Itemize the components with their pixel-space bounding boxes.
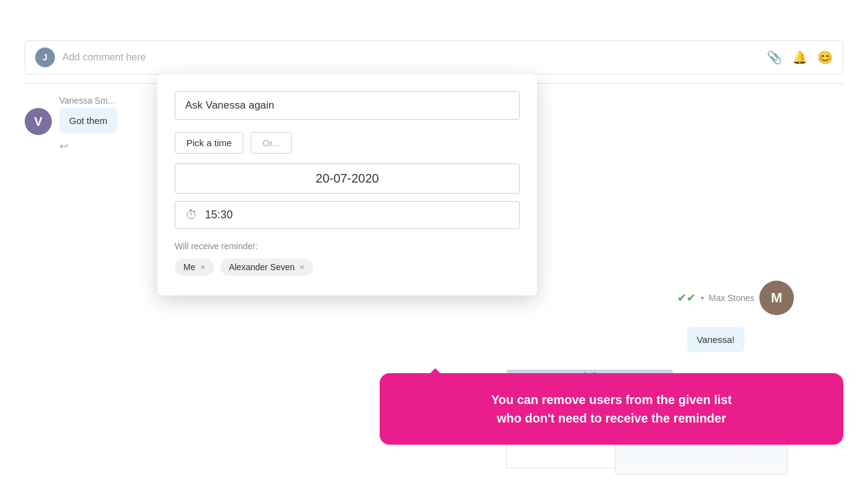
comment-icons: 📎 🔔 😊 [767,50,833,65]
attachment-icon[interactable]: 📎 [767,50,782,65]
time-input-wrap[interactable]: ⏱ 15:30 [175,201,520,229]
reminder-modal: Pick a time Or... 20-07-2020 ⏱ 15:30 Wil… [157,74,537,295]
recipient-alexander-label: Alexander Seven [229,262,295,272]
bullet: • [701,293,704,303]
recipient-me: Me × [175,258,214,276]
tooltip-text: You can remove users from the given list… [491,393,732,425]
recipient-alexander-remove[interactable]: × [299,263,304,271]
reminder-label: Will receive reminder: [175,241,520,251]
time-value: 15:30 [205,208,233,221]
message-sender: Vanessa Sm... [59,96,117,105]
double-check-icon: ✔✔ [677,291,696,305]
time-options-row: Pick a time Or... [175,132,520,154]
task-title-input[interactable] [175,91,520,120]
recipient-me-label: Me [183,262,195,272]
reply-icon[interactable]: ↩ [59,139,117,153]
recipient-alexander: Alexander Seven × [220,258,314,276]
date-input[interactable]: 20-07-2020 [175,163,520,194]
pick-time-button[interactable]: Pick a time [175,132,243,154]
recipients-row: Me × Alexander Seven × [175,258,520,276]
vanessa-right-text: Vanessa! [697,334,735,345]
max-avatar: M [759,281,794,315]
max-stones-area: ✔✔ • Max Stones M [677,281,794,315]
emoji-icon[interactable]: 😊 [817,50,833,65]
max-stones-name: Max Stones [709,293,754,303]
message-bubble: Got them [59,108,117,133]
comment-bar: J Add comment here 📎 🔔 😊 [25,40,843,75]
user-avatar: J [35,47,55,67]
vanessa-avatar: V [25,108,52,135]
notification-icon[interactable]: 🔔 [792,50,807,65]
message-area: V Vanessa Sm... Got them ↩ [25,96,117,153]
recipient-me-remove[interactable]: × [200,263,205,271]
clock-icon: ⏱ [185,208,198,222]
tooltip-bubble: You can remove users from the given list… [380,373,843,445]
or-button[interactable]: Or... [251,132,291,154]
vanessa-right-bubble: Vanessa! [687,327,745,352]
comment-input[interactable]: Add comment here [62,52,759,63]
message-content: Vanessa Sm... Got them ↩ [59,96,117,153]
